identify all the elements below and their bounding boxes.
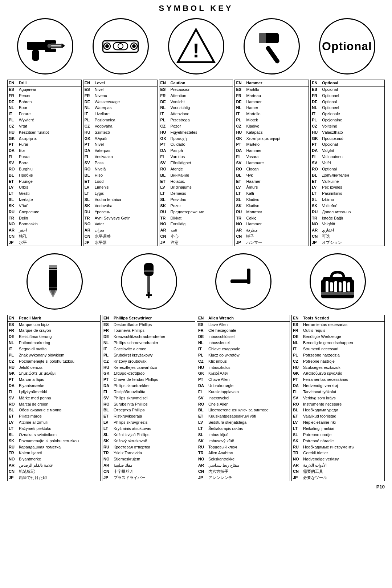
phillips-table: ENPhillips Screwdriver ESDestomillador P…	[102, 315, 195, 481]
caution-svg: !	[176, 27, 216, 67]
tools-needed-icon	[310, 253, 366, 310]
svg-rect-38	[323, 277, 352, 282]
svg-rect-31	[147, 276, 150, 294]
svg-rect-27	[49, 265, 57, 268]
svg-rect-30	[144, 263, 154, 276]
svg-point-18	[132, 44, 136, 48]
svg-text:!: !	[193, 39, 200, 62]
row1-tables: ENDrill ESAgujerear FRPercer DEBohren NL…	[7, 80, 385, 246]
svg-point-6	[47, 44, 52, 48]
svg-rect-36	[247, 269, 250, 284]
icons-row-2	[7, 253, 385, 310]
caution-icon: !	[168, 18, 224, 74]
drill-icon	[17, 18, 73, 74]
svg-rect-1	[45, 40, 56, 44]
svg-rect-44	[347, 282, 350, 291]
drill-table: ENDrill ESAgujerear FRPercer DEBohren NL…	[7, 80, 82, 246]
optional-icon: Optional	[319, 18, 375, 74]
hammer-icon	[244, 18, 300, 74]
svg-rect-24	[49, 267, 57, 290]
pencil-mark-icon	[26, 253, 83, 310]
tools-table: ENTools Needed ESHerramientas necesarias…	[291, 315, 385, 481]
allen-wrench-icon	[215, 253, 271, 310]
drill-en-label: EN	[8, 80, 18, 86]
page-number: P10	[7, 484, 385, 490]
drill-en-value: Drill	[18, 80, 81, 86]
opt-label: Optional	[322, 40, 372, 53]
allen-table: ENAllen Wrench ESLlave Allen FRClé hexag…	[197, 315, 290, 481]
row2-tables: ENPencil Mark ESMarque con lápiz FRMarqu…	[7, 315, 385, 481]
icons-row-1: ! Optional	[7, 18, 385, 74]
phillips-screwdriver-icon	[121, 253, 177, 310]
drill-svg	[25, 27, 65, 67]
svg-rect-43	[343, 281, 346, 292]
svg-rect-39	[326, 281, 328, 292]
svg-rect-45	[321, 292, 354, 295]
optional-table: ENOptional ESOpcional FROptionnel DEOpti…	[310, 80, 385, 246]
level-svg	[101, 27, 140, 67]
level-table: ENLevel ESNivel FRNiveau DEWasserwaage N…	[83, 80, 158, 246]
svg-rect-21	[265, 45, 280, 64]
svg-rect-23	[259, 33, 266, 43]
svg-rect-41	[334, 281, 337, 292]
hammer-table: ENHammer ESMartillo FRMarteau DEHammer N…	[234, 80, 309, 246]
svg-rect-34	[144, 270, 154, 272]
pencil-table: ENPencil Mark ESMarque con lápiz FRMarqu…	[7, 315, 101, 481]
svg-rect-42	[339, 282, 342, 291]
svg-rect-5	[32, 50, 39, 61]
svg-point-16	[105, 44, 109, 48]
svg-rect-2	[45, 48, 56, 52]
page-title: SYMBOL KEY	[7, 4, 385, 13]
hammer-svg	[252, 27, 291, 67]
svg-rect-40	[330, 282, 333, 291]
svg-marker-4	[62, 44, 65, 48]
caution-table: ENCaution ESPrecaución FRAttention DEVor…	[159, 80, 233, 246]
level-icon	[93, 18, 149, 74]
